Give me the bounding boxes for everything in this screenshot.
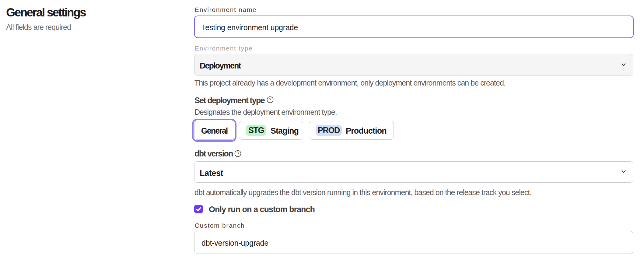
svg-text:?: ? <box>236 151 239 156</box>
svg-text:?: ? <box>269 97 271 102</box>
